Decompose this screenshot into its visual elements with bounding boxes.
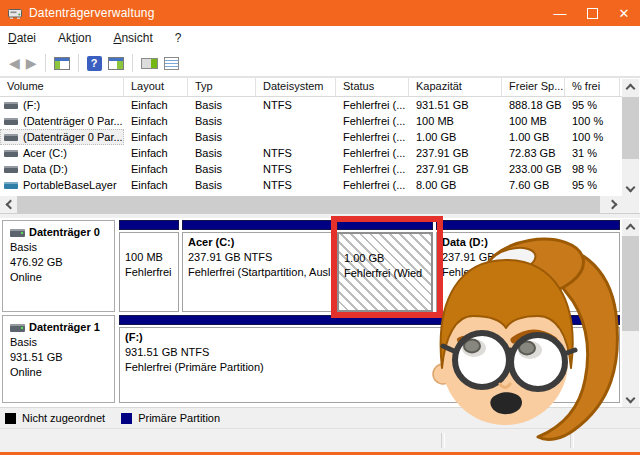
close-button[interactable]: ✕ (608, 0, 640, 26)
legend-label: Primäre Partition (138, 412, 220, 424)
status-cell: Fehlerfrei (... (336, 161, 409, 177)
back-arrow-icon[interactable] (9, 56, 20, 70)
menu-item-datei[interactable]: Datei (8, 31, 36, 45)
partition-size: 237.91 GB NTFS (188, 250, 328, 265)
column-header-7[interactable]: % frei (565, 78, 620, 96)
menu-item-help[interactable]: ? (175, 31, 182, 45)
scroll-right-button[interactable] (605, 196, 622, 212)
column-header-6[interactable]: Freier Sp... (502, 78, 565, 96)
partition-status: Fehlerfrei (125, 265, 173, 280)
typ-cell: Basis (188, 113, 256, 129)
menu-item-ansicht[interactable]: Ansicht (113, 31, 152, 45)
partition-size: 1.00 GB (344, 251, 426, 266)
disk-status: Online (10, 365, 114, 380)
volume-list-horizontal-scrollbar[interactable] (0, 196, 622, 213)
scroll-up-button[interactable] (622, 219, 639, 235)
maximize-icon (587, 8, 598, 19)
volume-table-header: VolumeLayoutTypDateisystemStatusKapazitä… (0, 78, 622, 97)
partition[interactable]: 100 MBFehlerfrei (119, 220, 179, 312)
volume-cell: (Datenträger 0 Par... (0, 129, 124, 145)
toolbar-separator (45, 54, 46, 72)
scroll-down-button[interactable] (622, 391, 639, 407)
column-header-3[interactable]: Dateisystem (256, 78, 336, 96)
volume-name: PortableBaseLayer (23, 177, 117, 193)
volume-row[interactable]: Data (D:)EinfachBasisNTFSFehlerfrei (...… (0, 161, 622, 177)
partition-name: (F:) (125, 330, 614, 345)
partition-color-bar (436, 220, 620, 230)
disk-graph-vertical-scrollbar[interactable] (622, 219, 639, 407)
disk-name: Datenträger 0 (29, 225, 100, 240)
scrollbar-thumb[interactable] (17, 196, 600, 213)
maximize-button[interactable] (576, 0, 608, 26)
volume-list-vertical-scrollbar[interactable] (622, 79, 639, 196)
partition-body: 100 MBFehlerfrei (119, 232, 179, 312)
forward-arrow-icon[interactable] (26, 56, 37, 70)
column-header-2[interactable]: Typ (188, 78, 256, 96)
partition[interactable]: (F:)931.51 GB NTFSFehlerfrei (Primäre Pa… (119, 315, 620, 403)
kapazitaet-cell: 8.00 GB (409, 177, 502, 193)
column-header-1[interactable]: Layout (124, 78, 188, 96)
partition-size: 931.51 GB NTFS (125, 345, 614, 360)
disk-info-panel[interactable]: Datenträger 0 Basis 476.92 GB Online (2, 220, 115, 312)
partition[interactable]: Acer (C:)237.91 GB NTFSFehlerfrei (Start… (182, 220, 334, 312)
disk-size: 476.92 GB (10, 255, 114, 270)
volume-drive-icon (4, 118, 18, 125)
properties-icon[interactable] (164, 57, 179, 70)
volume-row[interactable]: (Datenträger 0 Par...EinfachBasisFehlerf… (0, 113, 622, 129)
toolbar-separator (132, 54, 133, 72)
prozent-frei-cell: 100 % (565, 129, 620, 145)
status-cell: Fehlerfrei (... (336, 113, 409, 129)
volume-cell: Data (D:) (0, 161, 124, 177)
volume-row[interactable]: (Datenträger 0 Par...EinfachBasisFehlerf… (0, 129, 622, 145)
column-header-4[interactable]: Status (336, 78, 409, 96)
disk-info-panel[interactable]: Datenträger 1 Basis 931.51 GB Online (2, 315, 115, 403)
volume-drive-icon (4, 182, 18, 189)
scroll-down-button[interactable] (622, 180, 639, 196)
volume-name: Data (D:) (23, 161, 68, 177)
partition-size: 100 MB (125, 250, 173, 265)
console-window-play-icon[interactable] (108, 57, 124, 70)
title-bar: Datenträgerverwaltung — ✕ (0, 0, 640, 26)
minimize-button[interactable]: — (544, 0, 576, 26)
scrollbar-thumb[interactable] (622, 97, 639, 159)
layout-cell: Einfach (124, 97, 188, 113)
status-cell: Fehlerfrei (... (336, 129, 409, 145)
partition[interactable]: Data (D:)237.91 GB NTFSFehlerfrei (Primä… (436, 220, 620, 312)
disk-management-window: { "window": { "title": "Datenträgerverwa… (0, 0, 640, 455)
disk-size: 931.51 GB (10, 350, 114, 365)
legend-item: Nicht zugeordnet (5, 412, 105, 424)
menu-item-aktion[interactable]: Aktion (58, 31, 91, 45)
legend-item: Primäre Partition (121, 412, 220, 424)
status-cell: Fehlerfrei (... (336, 145, 409, 161)
scroll-left-button[interactable] (0, 196, 17, 212)
scroll-up-button[interactable] (622, 79, 639, 95)
volume-row[interactable]: Acer (C:)EinfachBasisNTFSFehlerfrei (...… (0, 145, 622, 161)
partition-body: 1.00 GBFehlerfrei (Wied (337, 232, 433, 312)
legend-swatch (121, 413, 132, 424)
partition-highlighted[interactable]: 1.00 GBFehlerfrei (Wied (337, 220, 433, 312)
volume-row[interactable]: (F:)EinfachBasisNTFSFehlerfrei (...931.5… (0, 97, 622, 113)
action-pane-icon[interactable] (141, 58, 158, 69)
volume-row[interactable]: PortableBaseLayerEinfachBasisNTFSFehlerf… (0, 177, 622, 193)
status-bar-separator (570, 433, 574, 448)
help-icon[interactable] (87, 56, 102, 71)
legend-label: Nicht zugeordnet (22, 412, 105, 424)
partition-name (125, 235, 173, 250)
prozent-frei-cell: 100 % (565, 113, 620, 129)
scrollbar-corner (622, 196, 639, 213)
volume-table-body: (F:)EinfachBasisNTFSFehlerfrei (...931.5… (0, 97, 622, 193)
typ-cell: Basis (188, 145, 256, 161)
console-window-icon[interactable] (54, 57, 70, 70)
freier-speicherplatz-cell: 7.60 GB (502, 177, 565, 193)
layout-cell: Einfach (124, 177, 188, 193)
layout-cell: Einfach (124, 113, 188, 129)
scrollbar-thumb[interactable] (622, 236, 639, 331)
freier-speicherplatz-cell: 72.83 GB (502, 145, 565, 161)
kapazitaet-cell: 237.91 GB (409, 145, 502, 161)
column-header-5[interactable]: Kapazität (409, 78, 502, 96)
dateisystem-cell: NTFS (256, 145, 336, 161)
typ-cell: Basis (188, 97, 256, 113)
partition-name: Data (D:) (442, 235, 614, 250)
disk-type: Basis (10, 240, 114, 255)
column-header-0[interactable]: Volume (0, 78, 124, 96)
